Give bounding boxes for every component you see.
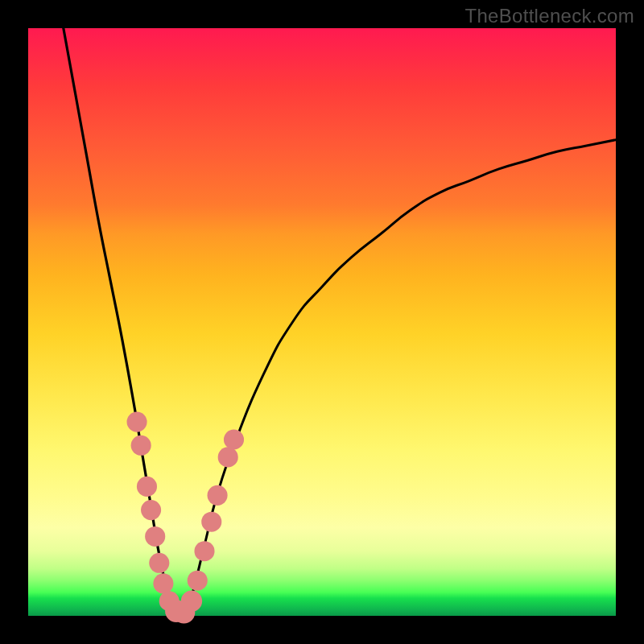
data-marker (153, 573, 173, 593)
data-marker (188, 571, 208, 591)
data-marker (127, 412, 147, 432)
plot-area (28, 28, 616, 616)
data-marker (194, 541, 214, 561)
watermark-text: TheBottleneck.com (464, 5, 634, 27)
left-curve (64, 28, 181, 616)
data-marker (149, 553, 169, 573)
data-marker (141, 500, 161, 520)
data-marker (201, 512, 221, 532)
data-marker (137, 477, 157, 497)
data-marker (224, 429, 244, 449)
chart-svg (28, 28, 616, 616)
data-marker (208, 485, 228, 506)
chart-frame: TheBottleneck.com (0, 0, 644, 644)
data-marker (145, 526, 165, 547)
data-marker (131, 436, 151, 456)
marker-group (127, 412, 245, 624)
data-marker (181, 591, 202, 612)
data-marker (218, 447, 238, 467)
right-curve (181, 140, 616, 616)
